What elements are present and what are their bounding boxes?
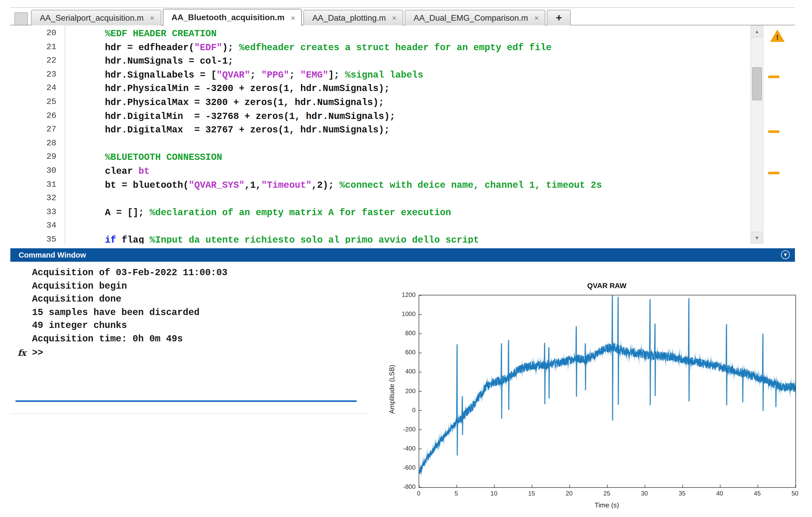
y-tick-label: -200	[391, 426, 415, 433]
panel-menu-chevron-icon[interactable]: ▼	[781, 250, 790, 259]
line-number: 32	[10, 193, 65, 207]
code-line-29: %BLUETOOTH CONNESSION	[66, 152, 751, 166]
chart-title: QVAR RAW	[419, 281, 795, 290]
line-number-gutter: 20212223242526272829303132333435	[10, 25, 65, 244]
command-prompt[interactable]: >>	[32, 348, 43, 358]
x-tick-label: 35	[671, 490, 693, 497]
console-output-line: Acquisition done	[32, 293, 227, 306]
scroll-up-arrow-icon[interactable]: ▲	[751, 26, 763, 37]
line-number: 21	[10, 42, 65, 56]
y-tick-label: -600	[391, 464, 415, 471]
x-tick-label: 20	[558, 490, 580, 497]
code-line-28	[66, 139, 751, 152]
editor-vertical-scrollbar[interactable]: ▲ ▼	[751, 25, 763, 244]
warning-marker-line-30[interactable]	[768, 172, 779, 174]
y-tick-label: 1200	[391, 291, 415, 298]
x-tick-label: 10	[483, 490, 505, 497]
code-line-30: clear bt	[66, 166, 751, 180]
figure-window: QVAR RAW Time (s) Amplitude (LSB) -800-6…	[372, 280, 812, 515]
editor-tab-0[interactable]: AA_Serialport_acquisition.m×	[31, 10, 161, 25]
line-number: 20	[10, 28, 65, 42]
tab-label: AA_Serialport_acquisition.m	[40, 13, 144, 23]
y-tick-label: 1000	[391, 310, 415, 318]
line-number: 24	[10, 84, 65, 97]
command-prompt-row[interactable]: fx >>	[18, 346, 43, 359]
x-tick-label: 0	[407, 490, 430, 497]
line-number: 27	[10, 125, 65, 138]
line-number: 22	[10, 56, 65, 70]
console-output-line: Acquisition begin	[32, 279, 227, 293]
tab-label: AA_Data_plotting.m	[312, 13, 386, 23]
x-tick-label: 25	[596, 490, 618, 497]
editor-tab-2[interactable]: AA_Data_plotting.m×	[303, 10, 403, 25]
new-tab-button[interactable]: +	[547, 10, 571, 25]
code-line-20: %EDF HEADER CREATION	[66, 28, 751, 42]
tab-close-icon[interactable]: ×	[291, 14, 295, 22]
x-tick-label: 40	[708, 490, 731, 497]
line-number: 26	[10, 111, 65, 125]
code-line-24: hdr.PhysicalMin = -3200 + zeros(1, hdr.N…	[66, 84, 751, 97]
console-output-line: Acquisition time: 0h 0m 49s	[32, 333, 227, 346]
signal-plot-canvas	[419, 295, 795, 487]
code-analyzer-indicator-column: !	[764, 25, 795, 244]
x-axis-label: Time (s)	[419, 501, 795, 509]
x-tick-label: 45	[746, 490, 768, 497]
console-output-line: 49 integer chunks	[32, 319, 227, 333]
tab-label: AA_Bluetooth_acquisition.m	[172, 13, 285, 22]
y-tick-label: 200	[391, 387, 415, 394]
editor-tab-3[interactable]: AA_Dual_EMG_Comparison.m×	[405, 10, 546, 25]
code-line-35: if flag %Input da utente richiesto solo …	[66, 235, 751, 244]
editor-tab-1[interactable]: AA_Bluetooth_acquisition.m×	[163, 9, 302, 26]
editor-tab-bar: AA_Serialport_acquisition.m×AA_Bluetooth…	[10, 8, 795, 25]
console-output: Acquisition of 03-Feb-2022 11:00:03Acqui…	[32, 266, 227, 346]
y-tick-label: 400	[391, 368, 415, 375]
plot-area	[419, 295, 796, 488]
editor-panel: AA_Serialport_acquisition.m×AA_Bluetooth…	[10, 7, 795, 244]
tab-close-icon[interactable]: ×	[392, 14, 397, 22]
scroll-down-arrow-icon[interactable]: ▼	[751, 232, 763, 243]
tab-strip-stub	[14, 12, 28, 25]
y-tick-label: -400	[391, 445, 415, 452]
line-number: 31	[10, 180, 65, 193]
x-tick-label: 5	[445, 490, 468, 497]
code-line-34	[66, 221, 751, 235]
line-number: 33	[10, 207, 65, 221]
y-tick-label: 600	[391, 349, 415, 356]
code-line-31: bt = bluetooth("QVAR_SYS",1,"Timeout",2)…	[66, 180, 751, 193]
command-window-title: Command Window	[19, 248, 86, 262]
code-editor-area[interactable]: %EDF HEADER CREATIONhdr = edfheader("EDF…	[66, 25, 751, 244]
line-number: 29	[10, 152, 65, 166]
code-line-25: hdr.PhysicalMax = 3200 + zeros(1, hdr.Nu…	[66, 97, 751, 111]
line-number: 23	[10, 70, 65, 84]
warning-glyph: !	[770, 33, 785, 42]
line-number: 25	[10, 97, 65, 111]
code-line-23: hdr.SignalLabels = ["QVAR"; "PPG"; "EMG"…	[66, 70, 751, 84]
matlab-desktop: AA_Serialport_acquisition.m×AA_Bluetooth…	[0, 0, 812, 517]
code-line-33: A = []; %declaration of an empty matrix …	[66, 207, 751, 221]
warning-icon[interactable]: !	[770, 29, 786, 43]
y-tick-label: -800	[391, 483, 415, 490]
line-number: 34	[10, 221, 65, 235]
code-line-21: hdr = edfheader("EDF"); %edfheader creat…	[66, 42, 751, 56]
line-number: 30	[10, 166, 65, 180]
tab-label: AA_Dual_EMG_Comparison.m	[414, 13, 528, 23]
x-tick-label: 30	[633, 490, 656, 497]
tab-close-icon[interactable]: ×	[534, 14, 539, 22]
code-line-27: hdr.DigitalMax = 32767 + zeros(1, hdr.Nu…	[66, 125, 751, 138]
tab-close-icon[interactable]: ×	[150, 14, 154, 22]
fx-icon: fx	[18, 348, 32, 358]
code-line-26: hdr.DigitalMin = -32768 + zeros(1, hdr.N…	[66, 111, 751, 125]
editor-body: 20212223242526272829303132333435 %EDF HE…	[10, 25, 795, 244]
x-tick-label: 15	[520, 490, 543, 497]
scrollbar-thumb[interactable]	[752, 67, 762, 100]
warning-marker-line-27[interactable]	[768, 130, 779, 133]
command-window-header: Command Window ▼	[10, 248, 795, 262]
code-line-22: hdr.NumSignals = col-1;	[66, 56, 751, 70]
x-tick-label: 50	[784, 490, 806, 497]
console-output-line: 15 samples have been discarded	[32, 306, 227, 319]
command-window-focus-border	[16, 400, 357, 402]
line-number: 28	[10, 139, 65, 152]
command-window-bottom-edge	[10, 413, 367, 414]
warning-marker-line-23[interactable]	[768, 75, 779, 78]
line-number: 35	[10, 235, 65, 244]
